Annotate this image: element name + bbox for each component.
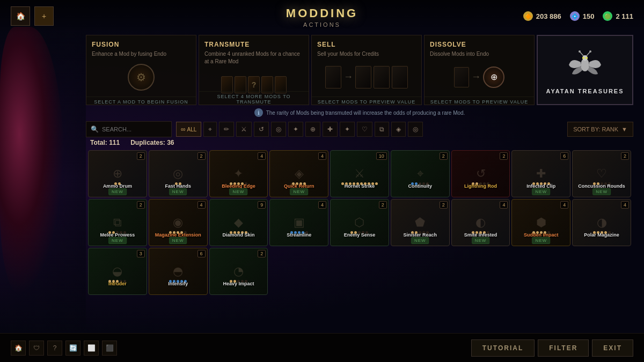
- mod-icon: ◐: [470, 212, 492, 233]
- bottom-grid-icon[interactable]: ⬛: [102, 341, 117, 356]
- list-item[interactable]: 6 ◓ Intensify: [149, 248, 208, 295]
- search-input[interactable]: [102, 126, 176, 132]
- rank-badge: 6: [197, 250, 206, 257]
- list-item[interactable]: 2 ↺ Lightning Rod: [451, 150, 510, 197]
- ayatan-card[interactable]: AYATAN TREASURES: [537, 35, 633, 105]
- filter-tab-all[interactable]: ∞ ALL: [176, 122, 201, 137]
- shotgun-icon: ↺: [259, 125, 264, 133]
- filter-button[interactable]: FILTER: [538, 339, 589, 357]
- dissolve-visual-icon: → ⊕: [454, 67, 504, 88]
- bottom-copy-icon[interactable]: ⬜: [84, 341, 99, 356]
- list-item[interactable]: 4 ⬢ Sudden Impact NEW: [511, 199, 570, 246]
- rank-badge: 2: [137, 152, 145, 160]
- list-item[interactable]: 2 ♡ Concussion Rounds NEW: [572, 150, 631, 197]
- list-item[interactable]: 9 ◆ Diamond Skin: [209, 199, 268, 246]
- fusion-card[interactable]: FUSION Enhance a Mod by fusing Endo ⚙ SE…: [86, 35, 196, 105]
- mod-icon: ↺: [470, 163, 492, 184]
- list-item[interactable]: 4 ◉ Magazine Extension NEW: [149, 199, 208, 246]
- list-item[interactable]: 4 ◐ Smite Infested NEW: [451, 199, 510, 246]
- transmute-card[interactable]: TRANSMUTE Combine 4 unranked Mods for a …: [199, 35, 309, 105]
- new-badge: NEW: [108, 237, 127, 244]
- rank-badge: 2: [500, 152, 508, 160]
- sell-card[interactable]: SELL Sell your Mods for Credits → SELECT…: [311, 35, 422, 105]
- mod-icon: ♡: [591, 163, 612, 184]
- mod-name: Intruder: [89, 281, 147, 287]
- list-item[interactable]: 2 ⧉ Melee Prowess NEW: [88, 199, 147, 246]
- mod-name: Streamline: [270, 232, 328, 238]
- list-item[interactable]: 4 ▣ Streamline: [269, 199, 328, 246]
- list-item[interactable]: 2 ⊕ Ammo Drum NEW: [88, 150, 147, 197]
- rank-badge: 3: [137, 250, 145, 257]
- exit-button[interactable]: EXIT: [592, 339, 633, 357]
- bottom-refresh-icon[interactable]: 🔄: [65, 341, 80, 356]
- rifle-icon: ⌖: [208, 125, 212, 133]
- transmute-card-3: [261, 76, 273, 93]
- list-item[interactable]: 10 ⚔ Hornet Strike: [330, 150, 389, 197]
- sell-card-icon-4: [392, 66, 408, 88]
- dupes-value: 36: [167, 139, 174, 146]
- mod-icon: ◔: [228, 261, 249, 282]
- new-badge: NEW: [472, 237, 490, 244]
- archwing-icon: ✚: [327, 125, 333, 133]
- mod-grid: 2 ⊕ Ammo Drum NEW 2 ◎ Fast Hands NEW 4 ✦…: [86, 148, 633, 297]
- list-item[interactable]: 2 ⬡ Enemy Sense: [330, 199, 389, 246]
- mod-icon: ⊕: [107, 163, 128, 184]
- mod-name: Enemy Sense: [331, 232, 389, 238]
- rank-badge: 2: [440, 152, 448, 160]
- sort-dropdown[interactable]: SORT BY: RANK ▼: [567, 122, 633, 137]
- list-item[interactable]: 4 ◈ Quick Return NEW: [269, 150, 328, 197]
- filter-tab-warframe[interactable]: ◎: [271, 122, 286, 137]
- list-item[interactable]: 4 ◑ Polar Magazine: [572, 199, 631, 246]
- dissolve-card[interactable]: DISSOLVE Dissolve Mods into Endo → ⊕ SEL…: [424, 35, 535, 105]
- filter-tab-necramech[interactable]: ♡: [357, 122, 372, 137]
- list-item[interactable]: 2 ◎ Fast Hands NEW: [149, 150, 208, 197]
- page-subtitle: ACTIONS: [286, 21, 358, 28]
- filter-tab-copy[interactable]: ⧉: [375, 122, 389, 137]
- add-button[interactable]: +: [34, 6, 54, 26]
- melee-icon: ⚔: [241, 125, 247, 133]
- total-value: 111: [109, 139, 120, 146]
- mod-name: Heavy Impact: [210, 281, 268, 287]
- plat-display: 💠 150: [570, 11, 595, 21]
- companion-icon: ⊕: [310, 125, 316, 133]
- mod-grid-container[interactable]: 2 ⊕ Ammo Drum NEW 2 ◎ Fast Hands NEW 4 ✦…: [86, 148, 633, 333]
- bottom-help-icon[interactable]: ?: [47, 341, 62, 356]
- sentinel-icon: ✦: [293, 125, 298, 133]
- search-box[interactable]: 🔍: [86, 121, 172, 137]
- sell-card-icon-1: [325, 66, 341, 88]
- filter-tab-riven[interactable]: ◈: [391, 122, 406, 137]
- filter-tab-melee[interactable]: ⚔: [236, 122, 252, 137]
- dupes-label: Duplicates:: [130, 139, 165, 146]
- filter-tab-rifle[interactable]: ⌖: [203, 122, 217, 137]
- bottom-shield-icon[interactable]: 🛡: [29, 341, 44, 356]
- list-item[interactable]: 2 ◔ Heavy Impact: [209, 248, 268, 295]
- necramech-icon: ♡: [362, 125, 368, 133]
- info-icon: ℹ: [254, 108, 263, 117]
- info-text: The rarity of Mods being transmuted will…: [266, 110, 465, 116]
- filter-tab-pistol[interactable]: ✏: [219, 122, 234, 137]
- list-item[interactable]: 4 ✦ Bleeding Edge NEW: [209, 150, 268, 197]
- filter-bar: 🔍 ∞ ALL ⌖ ✏ ⚔ ↺ ◎ ✦ ⊕ ✚ ✦ ♡ ⧉ ◈ ◎ SORT B…: [86, 119, 633, 139]
- rank-badge: 9: [258, 201, 266, 209]
- filter-tab-sentinel[interactable]: ✦: [288, 122, 303, 137]
- filter-tab-archwing[interactable]: ✚: [323, 122, 338, 137]
- svg-point-7: [586, 57, 588, 59]
- home-button[interactable]: 🏠: [11, 6, 30, 26]
- filter-tab-special[interactable]: ◎: [408, 122, 423, 137]
- filter-tab-shotgun[interactable]: ↺: [254, 122, 269, 137]
- list-item[interactable]: 2 ⌖ Continuity: [391, 150, 450, 197]
- filter-tab-companion[interactable]: ⊕: [305, 122, 320, 137]
- copy-icon: ⧉: [379, 125, 384, 133]
- transmute-label: SELECT 4 MORE MODS TO TRANSMUTE: [199, 91, 309, 105]
- list-item[interactable]: 6 ✚ Infected Clip NEW: [511, 150, 570, 197]
- filter-tab-kdrive[interactable]: ✦: [340, 122, 355, 137]
- tutorial-button[interactable]: TUTORIAL: [471, 339, 535, 357]
- mod-icon: ◈: [288, 163, 310, 184]
- actions-grid: FUSION Enhance a Mod by fusing Endo ⚙ SE…: [86, 35, 633, 105]
- list-item[interactable]: 3 ◒ Intruder: [88, 248, 147, 295]
- new-badge: NEW: [592, 188, 611, 195]
- list-item[interactable]: 2 ⬟ Sinister Reach NEW: [391, 199, 450, 246]
- rank-badge: 4: [621, 201, 629, 209]
- sell-title: SELL: [317, 41, 416, 48]
- bottom-home-icon[interactable]: 🏠: [11, 341, 26, 356]
